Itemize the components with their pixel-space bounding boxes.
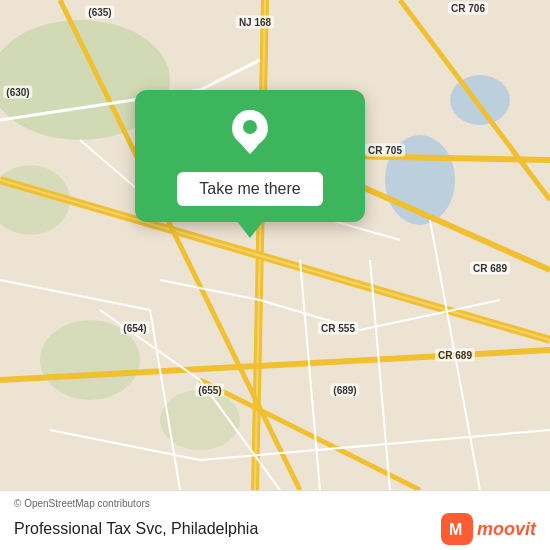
road-label-cr689a: CR 689 (470, 262, 510, 275)
moovit-logo[interactable]: M moovit (441, 513, 536, 545)
popup-card: Take me there (135, 90, 365, 222)
road-label-655: (655) (195, 384, 224, 397)
svg-line-25 (300, 260, 320, 490)
moovit-icon: M (441, 513, 473, 545)
moovit-text: moovit (477, 519, 536, 540)
road-label-cr706: CR 706 (448, 2, 488, 15)
take-me-there-button[interactable]: Take me there (177, 172, 322, 206)
svg-point-34 (243, 120, 257, 134)
pin-icon (224, 108, 276, 160)
road-label-cr689b: CR 689 (435, 349, 475, 362)
road-label-cr705: CR 705 (365, 144, 405, 157)
map-svg (0, 0, 550, 490)
road-label-689c: (689) (330, 384, 359, 397)
road-label-cr555: CR 555 (318, 322, 358, 335)
svg-text:M: M (449, 521, 462, 538)
road-label-654: (654) (120, 322, 149, 335)
bottom-bar: © OpenStreetMap contributors Professiona… (0, 490, 550, 550)
road-label-nj168: NJ 168 (236, 16, 274, 29)
road-label-635: (635) (85, 6, 114, 19)
location-name: Professional Tax Svc, Philadelphia (14, 520, 258, 538)
location-row: Professional Tax Svc, Philadelphia M moo… (14, 513, 536, 545)
copyright-text: © OpenStreetMap contributors (14, 498, 536, 509)
svg-line-28 (0, 280, 150, 310)
road-label-630: (630) (3, 86, 32, 99)
moovit-m-icon: M (446, 518, 468, 540)
svg-line-20 (160, 280, 260, 300)
map-container[interactable]: CR 706 NJ 168 (630) (635) CR 705 CR 689 … (0, 0, 550, 490)
svg-line-17 (200, 60, 260, 90)
